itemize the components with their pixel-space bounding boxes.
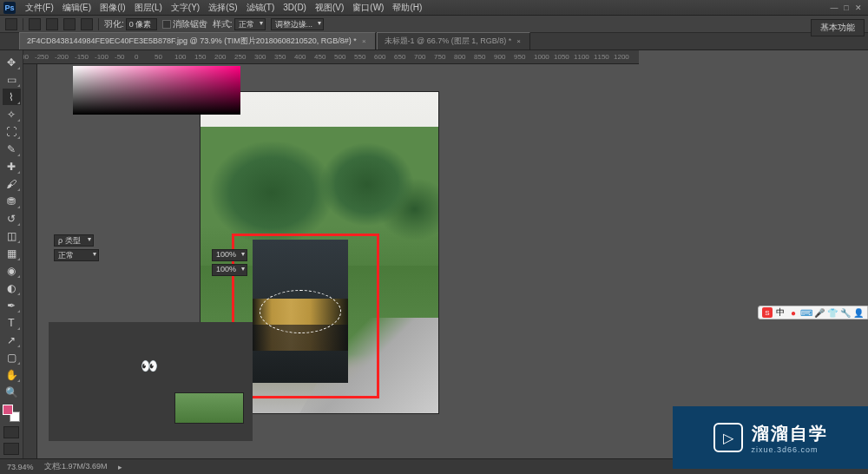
ruler-tick: -200 (55, 53, 69, 61)
menu-help[interactable]: 帮助(H) (388, 2, 426, 14)
menu-3d[interactable]: 3D(D) (279, 3, 311, 12)
menu-filter[interactable]: 滤镜(T) (242, 2, 279, 14)
ime-keyboard-icon[interactable]: ⌨ (801, 307, 812, 318)
ruler-tick: 500 (334, 53, 345, 61)
ruler-tick: -100 (95, 53, 108, 61)
ruler-tick: 750 (434, 53, 445, 61)
screenmode-toggle[interactable] (3, 443, 19, 455)
ime-punct-icon[interactable]: ● (788, 307, 799, 318)
color-swatches[interactable] (3, 405, 20, 422)
ime-user-icon[interactable]: 👤 (853, 307, 864, 318)
zoom-level[interactable]: 73.94% (7, 463, 34, 471)
close-icon[interactable]: ✕ (852, 3, 865, 12)
move-tool[interactable]: ✥ (3, 54, 21, 70)
menu-image[interactable]: 图像(I) (95, 2, 129, 14)
style-label: 样式: (213, 18, 233, 30)
eraser-tool[interactable]: ◫ (3, 227, 21, 244)
close-tab-icon[interactable]: × (362, 37, 366, 45)
watermark: ▷ 溜溜自学 zixue.3d66.com (673, 406, 868, 469)
menu-file[interactable]: 文件(F) (21, 2, 58, 14)
sel-int-icon[interactable] (81, 18, 93, 30)
sel-sub-icon[interactable] (63, 18, 76, 30)
ruler-tick: 1200 (614, 53, 629, 61)
blend-mode-dropdown[interactable]: 正常 (54, 249, 99, 261)
refine-edge-button[interactable]: 调整边缘... (271, 18, 325, 30)
stamp-tool[interactable]: ⛃ (3, 193, 21, 209)
marquee-selection[interactable] (260, 290, 341, 333)
menu-select[interactable]: 选择(S) (204, 2, 241, 14)
opacity-input[interactable]: 100% (212, 249, 247, 261)
sel-new-icon[interactable] (29, 18, 41, 30)
doc-tab-2[interactable]: 未标题-1 @ 66.7% (图层 1, RGB/8) *× (377, 32, 530, 49)
menu-view[interactable]: 视图(V) (311, 2, 348, 14)
color-field[interactable] (73, 66, 240, 115)
tool-preset-icon[interactable] (5, 18, 17, 30)
close-tab-icon[interactable]: × (516, 37, 521, 45)
feather-input[interactable]: 0 像素 (126, 18, 157, 30)
antialias-checkbox[interactable] (162, 20, 171, 29)
path-tool[interactable]: ↗ (3, 332, 21, 348)
ruler-tick: -250 (35, 53, 49, 61)
ime-mic-icon[interactable]: 🎤 (814, 307, 825, 318)
minimize-icon[interactable]: — (828, 3, 840, 12)
ruler-tick: 1100 (574, 53, 589, 61)
ime-logo-icon[interactable]: S (762, 307, 773, 318)
history-brush-tool[interactable]: ↺ (3, 210, 21, 227)
crop-tool[interactable]: ⛶ (3, 123, 21, 140)
ruler-tick: 800 (454, 53, 465, 61)
ruler-tick: 100 (174, 53, 186, 61)
ime-lang[interactable]: 中 (775, 307, 786, 318)
doc-tab-1[interactable]: 2F4CD8438144984FE9EC40FE3E5B878F.jpg @ 7… (19, 32, 376, 49)
ime-skin-icon[interactable]: 👕 (827, 307, 838, 318)
decorative-icon: 👀 (141, 358, 161, 374)
ruler-tick: 200 (214, 53, 226, 61)
marquee-tool[interactable]: ▭ (3, 71, 21, 88)
ruler-tick: 50 (155, 53, 162, 61)
feather-label: 羽化: (104, 18, 124, 30)
sel-add-icon[interactable] (46, 18, 58, 30)
workspace-switcher[interactable]: 基本功能 (811, 19, 865, 36)
style-dropdown[interactable]: 正常 (234, 18, 266, 30)
ruler-tick: 650 (394, 53, 405, 61)
pen-tool[interactable]: ✒ (3, 297, 21, 313)
ruler-tick: 550 (354, 53, 365, 61)
brush-tool[interactable]: 🖌 (3, 175, 21, 192)
type-tool[interactable]: T (3, 314, 21, 331)
ime-toolbar[interactable]: S 中 ● ⌨ 🎤 👕 🔧 👤 (758, 306, 868, 319)
menu-edit[interactable]: 编辑(E) (58, 2, 95, 14)
ruler-horizontal[interactable]: -300-250-200-150-100-5005010015020025030… (23, 50, 639, 64)
ruler-tick: 850 (474, 53, 485, 61)
gradient-tool[interactable]: ▦ (3, 245, 21, 261)
wand-tool[interactable]: ✧ (3, 106, 21, 122)
ruler-vertical[interactable] (23, 64, 37, 458)
status-chevron-icon[interactable]: ▸ (118, 463, 122, 471)
navigator-thumb[interactable] (174, 392, 244, 424)
menu-type[interactable]: 文字(Y) (167, 2, 204, 14)
layer-filter-dropdown[interactable]: ρ 类型 (54, 234, 94, 247)
ruler-tick: 150 (194, 53, 206, 61)
heal-tool[interactable]: ✚ (3, 158, 21, 174)
shape-tool[interactable]: ▢ (3, 349, 21, 365)
lasso-tool[interactable]: ⌇ (3, 89, 21, 105)
quickmask-toggle[interactable] (3, 426, 19, 438)
app-logo: Ps (3, 2, 16, 14)
menu-window[interactable]: 窗口(W) (348, 2, 388, 14)
ruler-tick: 400 (294, 53, 306, 61)
menu-layer[interactable]: 图层(L) (130, 2, 167, 14)
ruler-tick: -150 (75, 53, 89, 61)
zoom-tool[interactable]: 🔍 (3, 384, 21, 400)
ruler-tick: 900 (494, 53, 505, 61)
blur-tool[interactable]: ◉ (3, 262, 21, 279)
doc-size[interactable]: 文档:1.97M/3.69M (44, 461, 108, 472)
ruler-tick: 350 (274, 53, 286, 61)
antialias-label: 消除锯齿 (173, 18, 207, 30)
pasted-layer[interactable] (253, 240, 348, 383)
fill-input[interactable]: 100% (212, 264, 247, 276)
ime-tool-icon[interactable]: 🔧 (840, 307, 851, 318)
dodge-tool[interactable]: ◐ (3, 280, 21, 296)
eyedropper-tool[interactable]: ✎ (3, 141, 21, 157)
hand-tool[interactable]: ✋ (3, 366, 21, 383)
ruler-tick: 700 (414, 53, 425, 61)
maximize-icon[interactable]: □ (840, 3, 852, 12)
navigator-preview: 👀 (49, 322, 253, 441)
